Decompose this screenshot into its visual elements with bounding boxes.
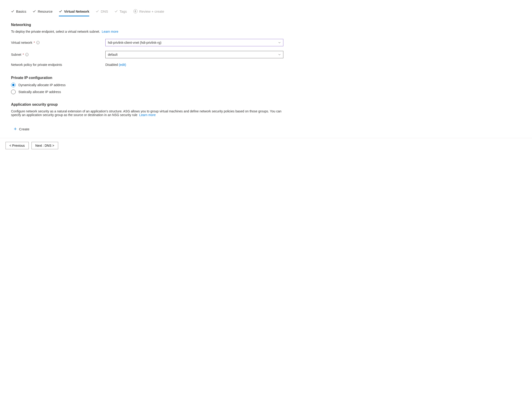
- radio-label: Statically allocate IP address: [19, 90, 61, 94]
- next-button[interactable]: Next : DNS >: [32, 142, 58, 149]
- network-policy-edit-link[interactable]: (edit): [119, 63, 126, 66]
- chevron-down-icon: [278, 53, 281, 56]
- virtual-network-row: Virtual network * i hdi-privlink-client-…: [11, 39, 283, 46]
- tab-label: Resource: [38, 9, 52, 13]
- networking-heading: Networking: [11, 23, 283, 27]
- check-icon: [59, 10, 62, 13]
- tab-resource[interactable]: Resource: [33, 9, 52, 16]
- radio-static-ip[interactable]: Statically allocate IP address: [11, 90, 283, 94]
- subnet-row: Subnet * i default: [11, 51, 283, 58]
- radio-icon: [11, 90, 16, 94]
- radio-label: Dynamically allocate IP address: [19, 83, 66, 87]
- step-number-icon: 6: [133, 9, 138, 13]
- tab-label: Tags: [120, 9, 127, 13]
- networking-description: To deploy the private endpoint, select a…: [11, 30, 283, 33]
- plus-icon: +: [14, 126, 17, 131]
- networking-learn-more-link[interactable]: Learn more: [102, 30, 119, 33]
- asg-heading: Application security group: [11, 103, 283, 107]
- radio-icon: [11, 83, 16, 87]
- private-ip-heading: Private IP configuration: [11, 76, 283, 80]
- wizard-tabs: Basics Resource Virtual Network DNS Tags: [11, 9, 283, 16]
- network-policy-row: Network policy for private endpoints Dis…: [11, 63, 283, 66]
- check-icon: [96, 10, 99, 13]
- previous-button[interactable]: < Previous: [6, 142, 29, 149]
- subnet-select[interactable]: default: [105, 51, 283, 58]
- tab-label: Review + create: [139, 9, 164, 13]
- network-policy-label: Network policy for private endpoints: [11, 63, 105, 66]
- tab-basics[interactable]: Basics: [11, 9, 26, 16]
- tab-virtual-network[interactable]: Virtual Network: [59, 9, 89, 16]
- chevron-down-icon: [278, 41, 281, 44]
- label-text: Network policy for private endpoints: [11, 63, 62, 66]
- subnet-label: Subnet * i: [11, 53, 105, 56]
- label-text: Virtual network: [11, 41, 32, 45]
- create-label: Create: [19, 127, 29, 131]
- select-value: default: [108, 53, 118, 56]
- required-indicator: *: [23, 53, 24, 56]
- radio-dynamic-ip[interactable]: Dynamically allocate IP address: [11, 83, 283, 87]
- info-icon[interactable]: i: [25, 53, 29, 56]
- asg-learn-more-link[interactable]: Learn more: [139, 113, 156, 117]
- tab-label: Virtual Network: [64, 9, 89, 13]
- virtual-network-label: Virtual network * i: [11, 41, 105, 45]
- asg-description: Configure network security as a natural …: [11, 109, 283, 117]
- tab-label: Basics: [16, 9, 26, 13]
- network-policy-value: Disabled: [105, 63, 118, 66]
- wizard-footer: < Previous Next : DNS >: [0, 138, 532, 153]
- check-icon: [11, 10, 14, 13]
- tab-dns[interactable]: DNS: [96, 9, 108, 16]
- networking-desc-text: To deploy the private endpoint, select a…: [11, 30, 100, 33]
- check-icon: [33, 10, 36, 13]
- select-value: hdi-privlink-client-vnet (hdi-privlink-r…: [108, 41, 161, 45]
- tab-tags[interactable]: Tags: [114, 9, 127, 16]
- private-ip-radio-group: Dynamically allocate IP address Statical…: [11, 83, 283, 94]
- create-asg-button[interactable]: + Create: [14, 126, 29, 131]
- info-icon[interactable]: i: [36, 41, 39, 44]
- tab-label: DNS: [101, 9, 108, 13]
- label-text: Subnet: [11, 53, 21, 56]
- virtual-network-select[interactable]: hdi-privlink-client-vnet (hdi-privlink-r…: [105, 39, 283, 46]
- check-icon: [114, 10, 118, 13]
- required-indicator: *: [34, 41, 35, 45]
- tab-review-create[interactable]: 6 Review + create: [133, 9, 164, 16]
